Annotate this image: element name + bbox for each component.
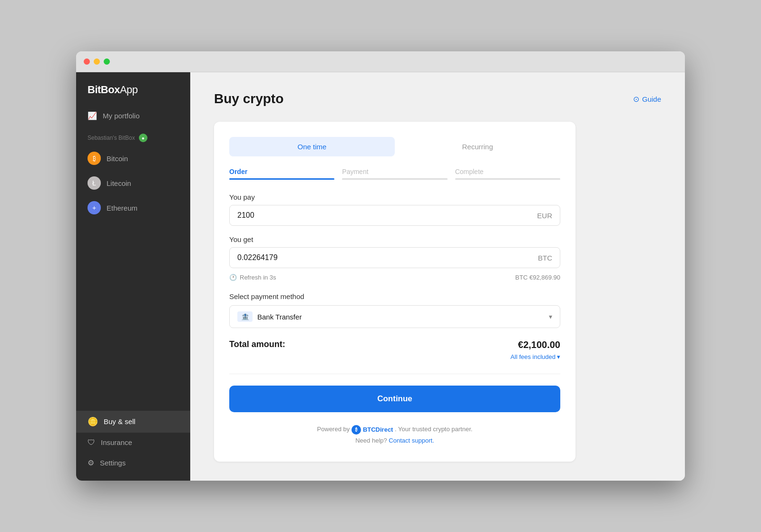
total-label: Total amount:	[229, 339, 285, 349]
close-button[interactable]	[84, 58, 90, 65]
payment-method-select[interactable]: 🏦 Bank Transfer ▾	[229, 305, 560, 328]
tab-one-time[interactable]: One time	[229, 137, 395, 156]
pay-currency: EUR	[537, 212, 552, 220]
btc-price: BTC €92,869.90	[515, 274, 560, 281]
you-get-group: BTC	[229, 247, 560, 268]
sidebar: BitBoxApp 📈 My portfolio Sebastian's Bit…	[76, 72, 190, 481]
app-logo: BitBoxApp	[76, 72, 190, 106]
guide-button[interactable]: ⊙ Guide	[633, 95, 661, 104]
sidebar-item-settings[interactable]: ⚙ Settings	[76, 453, 190, 473]
sidebar-item-bitcoin[interactable]: ₿ Bitcoin	[76, 146, 190, 171]
step-complete-label: Complete	[455, 168, 484, 175]
sidebar-item-litecoin[interactable]: Ł Litecoin	[76, 171, 190, 195]
you-pay-label: You pay	[229, 193, 560, 201]
main-content: Buy crypto ⊙ Guide One time Recurring Or…	[190, 72, 685, 481]
total-amount: €2,100.00	[518, 339, 560, 350]
step-order-label: Order	[229, 168, 247, 175]
bank-icon: 🏦	[237, 311, 253, 322]
settings-icon: ⚙	[88, 458, 94, 467]
get-amount-input[interactable]	[237, 253, 538, 262]
sidebar-item-insurance[interactable]: 🛡 Insurance	[76, 433, 190, 453]
step-payment-label: Payment	[342, 168, 368, 175]
divider	[229, 374, 560, 374]
fees-link[interactable]: All fees included ▾	[510, 353, 560, 360]
rate-row: 🕐 Refresh in 3s BTC €92,869.90	[229, 274, 560, 281]
guide-icon: ⊙	[633, 95, 639, 104]
insurance-icon: 🛡	[88, 438, 95, 447]
chevron-down-icon: ▾	[549, 313, 552, 320]
you-get-label: You get	[229, 235, 560, 243]
fees-row: All fees included ▾	[229, 353, 560, 360]
step-order: Order	[229, 168, 334, 180]
footer: Powered by ₿ BTCDirect . Your trusted cr…	[229, 424, 560, 446]
litecoin-icon: Ł	[88, 176, 101, 190]
total-row: Total amount: €2,100.00	[229, 339, 560, 350]
buy-crypto-card: One time Recurring Order Payment Complet…	[214, 122, 576, 462]
app-body: BitBoxApp 📈 My portfolio Sebastian's Bit…	[76, 72, 685, 481]
step-complete: Complete	[455, 168, 560, 180]
step-payment-line	[342, 178, 447, 180]
continue-button[interactable]: Continue	[229, 386, 560, 412]
bitcoin-icon: ₿	[88, 152, 101, 165]
payment-method-label: Select payment method	[229, 292, 560, 300]
sidebar-section-device: Sebastian's BitBox ●	[76, 126, 190, 146]
maximize-button[interactable]	[104, 58, 110, 65]
portfolio-icon: 📈	[88, 111, 97, 120]
refresh-indicator: 🕐 Refresh in 3s	[229, 274, 276, 281]
sidebar-bottom: 🪙 Buy & sell 🛡 Insurance ⚙ Settings	[76, 411, 190, 481]
tabs-row: One time Recurring	[229, 137, 560, 156]
app-window: BitBoxApp 📈 My portfolio Sebastian's Bit…	[76, 51, 685, 481]
traffic-lights	[84, 58, 110, 65]
pay-amount-input[interactable]	[237, 211, 537, 220]
device-badge: ●	[139, 134, 147, 142]
sidebar-item-buy-sell[interactable]: 🪙 Buy & sell	[76, 411, 190, 433]
btcdirect-icon: ₿	[351, 425, 361, 435]
sidebar-item-ethereum[interactable]: + Ethereum	[76, 195, 190, 220]
fees-chevron-icon: ▾	[557, 353, 560, 360]
you-pay-group: EUR	[229, 205, 560, 226]
sidebar-item-portfolio[interactable]: 📈 My portfolio	[76, 106, 190, 126]
ethereum-icon: +	[88, 201, 101, 214]
payment-method-left: 🏦 Bank Transfer	[237, 311, 302, 322]
contact-support-link[interactable]: Contact support.	[389, 437, 434, 444]
step-order-line	[229, 178, 334, 180]
steps-container: Order Payment Complete	[229, 168, 560, 180]
step-complete-line	[455, 178, 560, 180]
page-title: Buy crypto	[214, 91, 283, 106]
btcdirect-logo: ₿ BTCDirect	[351, 424, 393, 435]
get-currency: BTC	[538, 254, 552, 262]
main-header: Buy crypto ⊙ Guide	[214, 91, 661, 106]
tab-recurring[interactable]: Recurring	[395, 137, 560, 156]
titlebar	[76, 51, 685, 72]
buy-sell-icon: 🪙	[88, 416, 98, 427]
step-payment: Payment	[342, 168, 447, 180]
minimize-button[interactable]	[94, 58, 100, 65]
clock-icon: 🕐	[229, 274, 237, 281]
